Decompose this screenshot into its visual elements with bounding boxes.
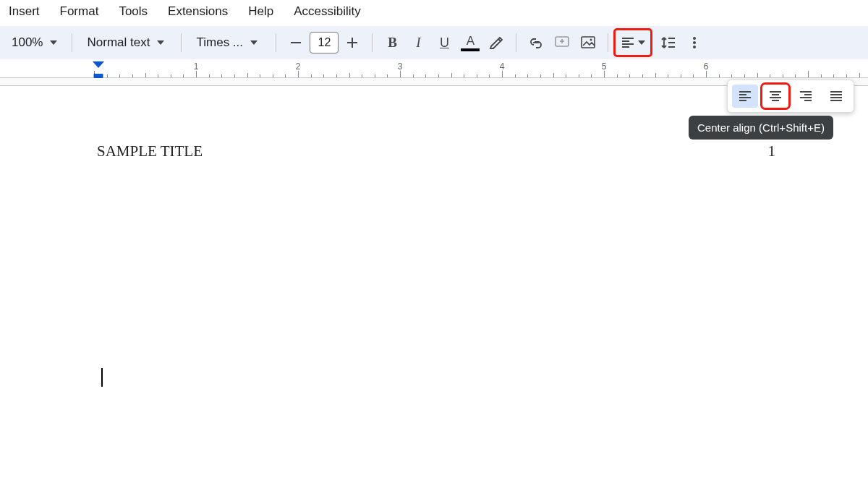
align-dropdown-button[interactable] [616, 30, 650, 55]
align-popup [727, 80, 854, 113]
ruler-tick [311, 74, 312, 77]
caret-icon [157, 40, 164, 45]
ruler-tick [527, 74, 528, 77]
menu-accessibility[interactable]: Accessibility [285, 1, 370, 22]
ruler-tick [604, 71, 605, 77]
ruler-tick [260, 74, 260, 77]
first-line-indent-marker[interactable] [93, 61, 104, 68]
menu-help[interactable]: Help [239, 1, 282, 22]
ruler-tick [757, 73, 758, 77]
ruler-tick [298, 71, 299, 77]
comment-icon [554, 35, 570, 51]
decrease-font-size-button[interactable] [284, 30, 308, 55]
ruler[interactable]: 123456 [0, 61, 868, 78]
ruler-tick [681, 74, 681, 77]
ruler-tick [171, 74, 171, 77]
ruler-tick [196, 71, 197, 77]
zoom-value: 100% [12, 35, 43, 50]
font-family-dropdown[interactable]: Times ... [189, 30, 268, 55]
svg-point-16 [693, 37, 696, 40]
align-right-icon [799, 89, 813, 103]
insert-link-button[interactable] [524, 30, 548, 55]
ruler-tick [693, 74, 694, 77]
ruler-tick [579, 74, 579, 77]
bold-button[interactable]: B [380, 30, 404, 55]
menu-format[interactable]: Format [51, 1, 108, 22]
ruler-tick [706, 71, 707, 77]
zoom-dropdown[interactable]: 100% [4, 30, 64, 55]
ruler-tick [719, 74, 720, 77]
ruler-tick [655, 73, 656, 77]
separator [516, 33, 516, 52]
ruler-tick [846, 74, 847, 77]
menu-extensions[interactable]: Extensions [159, 1, 237, 22]
ruler-tick [273, 74, 273, 77]
ruler-tick [145, 73, 146, 77]
header-left[interactable]: SAMPLE TITLE [97, 142, 203, 160]
ruler-tick [158, 74, 158, 77]
caret-icon [50, 40, 57, 45]
caret-icon [250, 40, 258, 45]
svg-rect-7 [582, 37, 595, 48]
ruler-tick [731, 74, 732, 77]
separator [608, 33, 608, 52]
plus-icon [346, 37, 358, 48]
ruler-tick [425, 74, 426, 77]
highlight-color-button[interactable] [484, 30, 509, 55]
page-number[interactable]: 1 [768, 142, 776, 160]
italic-button[interactable]: I [406, 30, 430, 55]
ruler-tick [221, 74, 222, 77]
more-options-button[interactable] [682, 30, 707, 55]
ruler-number: 4 [500, 61, 505, 72]
font-size-input[interactable] [310, 32, 339, 53]
ruler-tick [629, 74, 630, 77]
menu-insert[interactable]: Insert [0, 1, 48, 22]
ruler-tick [375, 74, 375, 77]
ruler-tick [591, 74, 592, 77]
ruler-tick [783, 74, 783, 77]
line-spacing-button[interactable] [656, 30, 681, 55]
underline-icon: U [440, 35, 449, 51]
insert-image-button[interactable] [576, 30, 600, 55]
text-color-button[interactable]: A [458, 30, 482, 55]
ruler-tick [209, 74, 210, 77]
align-left-icon [738, 89, 752, 103]
separator [181, 33, 182, 52]
ruler-tick [502, 71, 503, 77]
ruler-tick [642, 74, 643, 77]
underline-button[interactable]: U [432, 30, 456, 55]
add-comment-button[interactable] [550, 30, 574, 55]
line-spacing-icon [660, 35, 676, 51]
align-left-option[interactable] [732, 85, 758, 108]
ruler-tick [119, 74, 120, 77]
align-center-icon [768, 89, 783, 103]
highlighter-icon [488, 35, 504, 51]
ruler-tick [617, 74, 618, 77]
ruler-tick [477, 74, 477, 77]
ruler-tick [183, 74, 184, 77]
menu-tools[interactable]: Tools [110, 1, 156, 22]
align-left-icon [621, 35, 635, 50]
ruler-number: 1 [194, 61, 199, 72]
font-family-value: Times ... [196, 35, 243, 50]
page[interactable]: SAMPLE TITLE 1 [0, 86, 868, 470]
image-icon [580, 35, 596, 51]
separator [372, 33, 373, 52]
ruler-tick [285, 74, 286, 77]
ruler-tick [553, 73, 554, 77]
align-justify-option[interactable] [823, 85, 849, 108]
separator [276, 33, 276, 52]
ruler-number: 6 [704, 61, 709, 72]
italic-icon: I [416, 35, 420, 51]
ruler-tick [413, 74, 414, 77]
increase-font-size-button[interactable] [340, 30, 365, 55]
ruler-tick [668, 74, 668, 77]
ruler-tick [451, 73, 452, 77]
minus-icon [290, 37, 302, 48]
align-center-option[interactable] [762, 85, 788, 108]
ruler-tick [489, 74, 490, 77]
ruler-tick [859, 73, 860, 77]
paragraph-style-dropdown[interactable]: Normal text [80, 30, 174, 55]
bold-icon: B [388, 35, 397, 51]
align-right-option[interactable] [793, 85, 819, 108]
